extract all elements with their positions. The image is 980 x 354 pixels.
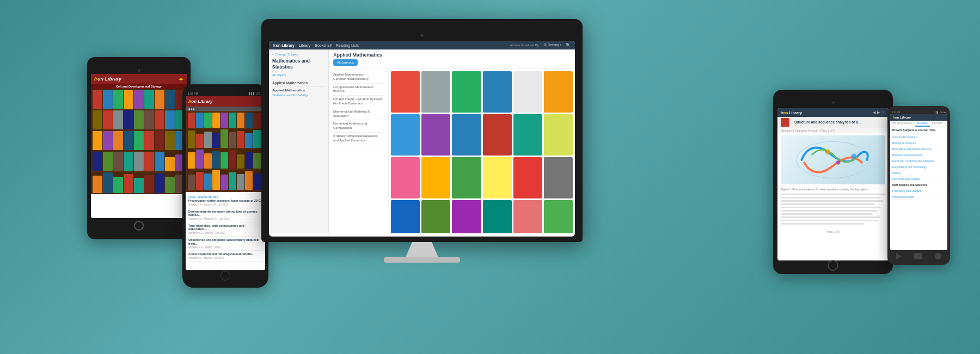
sp-tab-browse[interactable]: BROWSE	[915, 121, 930, 127]
main-scene: Iron Library ◀ ▶ Cell and Developmental …	[0, 0, 980, 354]
ipad-subject-bar: Cell and Developmental Biology	[91, 84, 187, 89]
lp-article-authors-1: Vantage S.A., Mexico D.A. - Jan 2013	[188, 218, 262, 220]
sidebar-section-label: Applied Mathematics	[272, 81, 325, 86]
category-2[interactable]: Control Theory, Dynamic Systems, Nonline…	[333, 96, 384, 108]
sp-nav-buttons	[890, 250, 947, 260]
monitor-navbar: Iron Library Library Bookshelf Reading L…	[269, 41, 575, 49]
main-area-title: Applied Mathematics	[333, 52, 571, 58]
tablet-meta: Structure & Sequence Analysis • Page 1 o…	[777, 128, 889, 133]
sp-cat-10[interactable]: Physical Sciences	[892, 194, 945, 200]
sp-home-button[interactable]	[914, 253, 922, 259]
tablet-page-number: Page 1 of 5	[777, 230, 889, 233]
lp-header: Iron Library	[186, 96, 265, 107]
lp-article-title-2[interactable]: Total phenolics, total anthocyanins and …	[188, 224, 262, 231]
ipad-screen: Iron Library ◀ ▶ Cell and Developmental …	[91, 74, 187, 218]
svg-point-2	[836, 160, 841, 165]
svg-point-1	[825, 150, 831, 155]
lp-article-title-4[interactable]: A new chemical, microbiological and nutr…	[188, 252, 262, 256]
monitor-main: Applied Mathematics All Journals › Appli…	[329, 49, 575, 233]
sp-category-list: Arts and Humanities Biological Sciences …	[890, 133, 947, 201]
lp-article-title-3[interactable]: Occurrence and antibiotic susceptibility…	[188, 238, 262, 245]
sp-cat-2[interactable]: Biomedical and Health Sciences	[892, 146, 945, 152]
category-3[interactable]: Mathematical Modeling & Simulation	[333, 108, 384, 121]
sp-status-bar: 5:37 PM ▌▌ 74% ■	[890, 110, 947, 114]
tablet-home-bar[interactable]	[777, 263, 889, 268]
tablet-figure-caption: Figure 1. Structure analysis of protein …	[777, 187, 889, 192]
nav-settings[interactable]: ⚙ Settings	[543, 43, 561, 47]
sp-cat-9[interactable]: Philosophy and Religion	[892, 188, 945, 194]
monitor-sidebar: < Change Subject Mathematics and Statist…	[269, 49, 329, 233]
ipad-camera	[138, 69, 140, 72]
tablet-article-image	[781, 135, 885, 184]
lp-article-title-0[interactable]: Preservation under pressure: foam storag…	[188, 199, 262, 203]
svg-point-3	[852, 153, 857, 159]
sp-tab-bookmarks[interactable]: MY BOOKMARKS	[890, 121, 915, 127]
lp-logo: Iron Library	[188, 99, 212, 104]
sp-subject-title: Browse Subjects & Journal Titles	[890, 127, 947, 133]
ipad-device: Iron Library ◀ ▶ Cell and Developmental …	[87, 57, 191, 239]
ipad-shelf-nav: ◀ ▶	[179, 77, 183, 80]
monitor-access-text: Access Provided By	[510, 44, 538, 47]
category-0[interactable]: Applied Mathematics General/Interdiscipl…	[333, 71, 384, 84]
lp-status-bar: 1:53 PM ▌▌▌ LTE ■	[186, 91, 265, 96]
lp-article-authors-0: Shuang D.A., Mclaris, CA - Jan 2013	[188, 203, 262, 206]
monitor-screen: Iron Library Library Bookshelf Reading L…	[269, 41, 575, 237]
nav-search[interactable]: 🔍	[566, 43, 571, 47]
sidebar-item-applied-math[interactable]: Applied Mathematics	[272, 89, 325, 92]
all-topics-link[interactable]: All Topics	[272, 73, 325, 77]
sidebar-item-stats[interactable]: Statistics and Probability	[272, 94, 325, 97]
lp-bookshelf	[186, 111, 265, 192]
sp-cat-6[interactable]: History	[892, 170, 945, 176]
sp-cat-4[interactable]: Earth and Environmental Sciences	[892, 158, 945, 164]
sp-cat-1[interactable]: Biological Sciences	[892, 140, 945, 146]
lp-screen: Iron Library ◀◀◀►	[186, 96, 265, 270]
lp-article-list: CyTA - Journal of Food Preservation unde…	[186, 192, 265, 263]
sp-tab-library[interactable]: LIBRARY	[930, 121, 945, 127]
nav-link-library[interactable]: Library	[299, 44, 310, 47]
lp-article-title-1[interactable]: Determining the minimum drying time of g…	[188, 210, 262, 217]
monitor-logo: Iron Library	[273, 44, 295, 47]
sp-tabs-bar: MY BOOKMARKS BROWSE LIBRARY	[890, 121, 947, 127]
sp-cat-7[interactable]: Law and Legal Studies	[892, 176, 945, 182]
category-4[interactable]: Numerical Analysis and Computation	[333, 120, 384, 133]
large-phone-device: 1:53 PM ▌▌▌ LTE ■ Iron Library ◀◀◀►	[182, 84, 268, 288]
lp-article-authors-3: Simpson S.A., Sydney - 2013	[188, 246, 262, 249]
category-1[interactable]: Computational Mathematics BOOKS	[333, 84, 384, 96]
nav-link-bookshelf[interactable]: Bookshelf	[315, 44, 332, 47]
lp-article-authors-2: Monterey S.A., Mexico - Jan 2013	[188, 232, 262, 234]
monitor-camera	[420, 34, 424, 37]
nav-link-reading-lists[interactable]: Reading Lists	[336, 44, 359, 47]
sp-header: Iron Library	[890, 114, 947, 121]
lp-article-authors-4: Vantage S.A., Mexico - Jan 2013	[188, 257, 262, 259]
lp-home-button[interactable]	[220, 271, 230, 281]
monitor-neck	[406, 242, 438, 257]
sp-back-button[interactable]	[896, 253, 902, 259]
sp-recent-button[interactable]	[935, 253, 941, 259]
tablet-article-title: Structure and sequence analyses of B...	[791, 118, 865, 127]
subject-title: Mathematics and Statistics	[272, 58, 325, 70]
tab-all-journals[interactable]: All Journals	[333, 59, 358, 66]
tablet-device: Iron Library ◀ ▶ ⋮ Structure and sequenc…	[773, 90, 893, 274]
ipad-home-button[interactable]	[134, 221, 144, 231]
lp-journal-label: CyTA - Journal of Food	[188, 195, 262, 198]
monitor-base	[384, 257, 460, 263]
ipad-bookshelf	[91, 89, 187, 194]
desktop-monitor: Iron Library Library Bookshelf Reading L…	[261, 19, 583, 263]
tablet-screen: Iron Library ◀ ▶ ⋮ Structure and sequenc…	[777, 108, 889, 260]
ipad-logo: Iron Library	[94, 76, 121, 82]
sp-cat-8[interactable]: Mathematics and Statistics	[892, 182, 945, 188]
sp-screen: Iron Library MY BOOKMARKS BROWSE LIBRARY…	[890, 114, 947, 250]
sp-cat-3[interactable]: Business and Economics	[892, 152, 945, 158]
sp-logo: Iron Library	[893, 116, 911, 119]
category-5[interactable]: Ordinary Differential Equations and Appl…	[333, 133, 384, 145]
sp-cat-5[interactable]: Engineering and Technology	[892, 164, 945, 170]
monitor-categories: Applied Mathematics General/Interdiscipl…	[329, 69, 389, 232]
change-subject-link[interactable]: < Change Subject	[272, 53, 325, 56]
tablet-header: Iron Library ◀ ▶ ⋮	[777, 108, 889, 117]
tablet-article-text	[777, 192, 889, 228]
tablet-camera	[832, 101, 835, 104]
tablet-logo: Iron Library	[781, 111, 802, 115]
sp-cat-0[interactable]: Arts and Humanities	[892, 134, 945, 140]
small-phone-device: 5:37 PM ▌▌ 74% ■ Iron Library MY BOOKMAR…	[887, 106, 950, 265]
